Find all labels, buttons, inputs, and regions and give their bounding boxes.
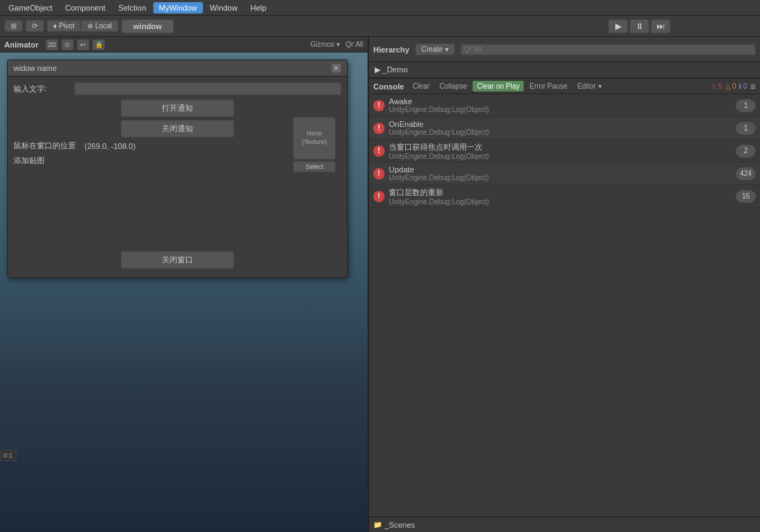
- console-main-0: Awake: [389, 97, 736, 106]
- custom-window-title-bar[interactable]: widow name ✕: [8, 60, 347, 77]
- console-sub-1: UnityEngine.Debug:Log(Object): [389, 128, 736, 136]
- console-right: ⚠5 △0 ℹ0 ≡: [710, 81, 756, 92]
- main-area: Animator 2D ⊙ ↩ 🔒 Gizmos ▾ Qr:All 0:1 wi…: [0, 37, 760, 532]
- toolbar-icon-btn[interactable]: ⊞: [4, 20, 23, 32]
- menu-component[interactable]: Component: [60, 2, 111, 13]
- console-count-1: 1: [736, 122, 756, 135]
- toolbar: ⊞ ⟳ ♦ Pivot ⊕ Local window ▶ ⏸ ⏭: [0, 16, 760, 37]
- anim-icon1[interactable]: ⊙: [61, 39, 74, 50]
- console-count-3: 424: [736, 167, 756, 180]
- menu-bar: GameObject Component Selction MyWindow W…: [0, 0, 760, 16]
- window-tab[interactable]: window: [121, 19, 174, 33]
- texture-container: None (Texture) Select: [293, 117, 336, 172]
- custom-window: widow name ✕ 输入文字: 打开通知 关闭通知 鼠标在窗口的位置 (2…: [7, 60, 348, 278]
- menu-mywindow[interactable]: MyWindow: [153, 2, 203, 13]
- step-button[interactable]: ⏭: [651, 19, 671, 33]
- console-row-2[interactable]: ! 当窗口获得焦点时调用一次 UnityEngine.Debug:Log(Obj…: [369, 140, 760, 162]
- menu-gameobject[interactable]: GameObject: [3, 2, 58, 13]
- local-btn[interactable]: ⊕ Local: [81, 20, 119, 32]
- editor-btn[interactable]: Editor ▾: [573, 81, 606, 92]
- animator-controls: 2D ⊙ ↩ 🔒: [45, 39, 105, 50]
- hierarchy-create-btn[interactable]: Create ▾: [415, 43, 455, 55]
- console-count-2: 2: [736, 145, 756, 157]
- scenes-bar: 📁 _Scenes: [369, 516, 760, 532]
- add-texture-label: 添加贴图: [13, 155, 70, 166]
- gizmos-btn[interactable]: Gizmos ▾: [310, 40, 340, 48]
- console-panel: Console Clear Collapse Clear on Play Err…: [369, 78, 760, 516]
- console-main-4: 窗口层数的重新: [389, 187, 736, 198]
- console-row-0[interactable]: ! Awake UnityEngine.Debug:Log(Object) 1: [369, 94, 760, 117]
- console-error-icon-0: !: [373, 100, 385, 111]
- right-panel: Hierarchy Create ▾ ▶ _Demo Console Clear…: [369, 37, 760, 532]
- console-error-icon-4: !: [373, 191, 385, 202]
- layers-label: Qr:All: [346, 40, 363, 48]
- console-row-4[interactable]: ! 窗口层数的重新 UnityEngine.Debug:Log(Object) …: [369, 185, 760, 208]
- console-row-1[interactable]: ! OnEnable UnityEngine.Debug:Log(Object)…: [369, 117, 760, 140]
- hierarchy-search[interactable]: [461, 44, 756, 55]
- window-title-text: widow name: [13, 64, 57, 72]
- console-sub-4: UnityEngine.Debug:Log(Object): [389, 198, 736, 206]
- clear-on-play-btn[interactable]: Clear on Play: [473, 81, 524, 92]
- console-sub-2: UnityEngine.Debug:Log(Object): [389, 153, 736, 160]
- toolbar-rotate-btn[interactable]: ⟳: [26, 20, 44, 32]
- console-text-3: Update UnityEngine.Debug:Log(Object): [389, 165, 736, 182]
- animator-bar: Animator 2D ⊙ ↩ 🔒 Gizmos ▾ Qr:All: [0, 37, 368, 52]
- pause-button[interactable]: ⏸: [629, 19, 649, 33]
- clear-btn[interactable]: Clear: [408, 81, 434, 92]
- input-row: 输入文字:: [13, 82, 341, 95]
- custom-window-body: 输入文字: 打开通知 关闭通知 鼠标在窗口的位置 (269.0, -108.0)…: [8, 77, 347, 277]
- console-options-btn[interactable]: ≡: [750, 81, 756, 92]
- console-main-3: Update: [389, 165, 736, 174]
- hierarchy-item-demo[interactable]: ▶ _Demo: [369, 64, 760, 76]
- btn-group: 打开通知 关闭通知: [13, 99, 341, 138]
- folder-icon: 📁: [373, 521, 382, 528]
- menu-selction[interactable]: Selction: [113, 2, 152, 13]
- console-text-4: 窗口层数的重新 UnityEngine.Debug:Log(Object): [389, 187, 736, 206]
- position-value: (269.0, -108.0): [84, 142, 136, 150]
- play-controls: ▶ ⏸ ⏭: [608, 19, 671, 33]
- console-row-3[interactable]: ! Update UnityEngine.Debug:Log(Object) 4…: [369, 162, 760, 185]
- close-window-btn[interactable]: 关闭窗口: [121, 251, 234, 269]
- menu-window[interactable]: Window: [204, 2, 243, 13]
- open-notify-btn[interactable]: 打开通知: [121, 99, 234, 117]
- animator-label: Animator: [4, 40, 38, 49]
- console-text-1: OnEnable UnityEngine.Debug:Log(Object): [389, 120, 736, 136]
- console-main-2: 当窗口获得焦点时调用一次: [389, 142, 736, 153]
- play-button[interactable]: ▶: [608, 19, 628, 33]
- window-close-btn[interactable]: ✕: [331, 63, 341, 73]
- texture-label-row: 添加贴图: [13, 155, 341, 166]
- 2d-toggle[interactable]: 2D: [45, 39, 58, 50]
- console-title: Console: [373, 82, 404, 91]
- console-body: ! Awake UnityEngine.Debug:Log(Object) 1 …: [369, 94, 760, 516]
- text-input[interactable]: [75, 82, 341, 95]
- error-pause-btn[interactable]: Error Pause: [525, 81, 571, 92]
- console-error-icon-2: !: [373, 145, 385, 157]
- anim-icon3[interactable]: 🔒: [92, 39, 105, 50]
- scene-area: 0:1 widow name ✕ 输入文字: 打开通知 关闭通知: [0, 52, 368, 532]
- warn-badge: △0: [725, 82, 737, 90]
- console-sub-0: UnityEngine.Debug:Log(Object): [389, 106, 736, 113]
- hierarchy-panel: Hierarchy Create ▾: [369, 37, 760, 62]
- gizmos-area: Gizmos ▾ Qr:All: [310, 40, 363, 48]
- console-count-4: 16: [736, 190, 756, 203]
- position-row: 鼠标在窗口的位置 (269.0, -108.0) None (Texture) …: [13, 140, 341, 151]
- console-error-icon-3: !: [373, 168, 385, 179]
- menu-help[interactable]: Help: [245, 2, 272, 13]
- pivot-btn[interactable]: ♦ Pivot: [47, 20, 81, 32]
- pixel-indicator: 0:1: [0, 450, 16, 461]
- info-badge: ℹ0: [739, 82, 747, 90]
- input-label: 输入文字:: [13, 84, 70, 94]
- close-notify-btn[interactable]: 关闭通知: [121, 120, 234, 138]
- console-main-1: OnEnable: [389, 120, 736, 128]
- console-header: Console Clear Collapse Clear on Play Err…: [369, 79, 760, 94]
- collapse-btn[interactable]: Collapse: [435, 81, 471, 92]
- anim-icon2[interactable]: ↩: [77, 39, 89, 50]
- texture-box: None (Texture): [293, 117, 336, 160]
- pivot-local-group: ♦ Pivot ⊕ Local: [47, 20, 119, 32]
- close-window-area: 关闭窗口: [13, 251, 341, 269]
- scenes-label: _Scenes: [385, 521, 415, 529]
- console-text-2: 当窗口获得焦点时调用一次 UnityEngine.Debug:Log(Objec…: [389, 142, 736, 160]
- position-label: 鼠标在窗口的位置: [13, 140, 84, 151]
- console-count-0: 1: [736, 99, 756, 112]
- select-btn[interactable]: Select: [293, 161, 336, 172]
